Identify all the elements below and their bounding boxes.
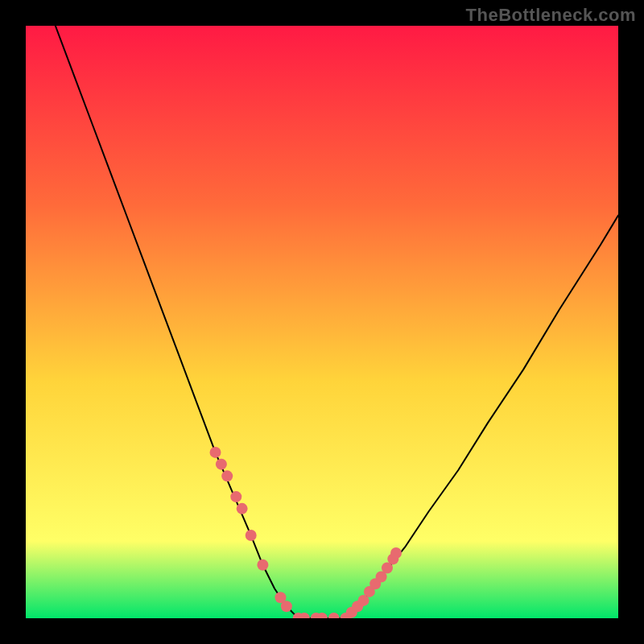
data-point bbox=[257, 559, 268, 571]
data-point bbox=[230, 491, 242, 502]
data-point bbox=[246, 530, 257, 541]
data-point bbox=[210, 447, 221, 458]
chart-svg bbox=[26, 26, 618, 618]
data-point bbox=[237, 503, 248, 514]
data-point bbox=[390, 547, 402, 559]
data-point bbox=[216, 459, 227, 470]
data-point bbox=[221, 470, 233, 481]
data-point bbox=[281, 601, 292, 612]
brand-watermark: TheBottleneck.com bbox=[466, 5, 636, 26]
plot-area bbox=[26, 26, 618, 618]
gradient-background bbox=[26, 26, 618, 618]
